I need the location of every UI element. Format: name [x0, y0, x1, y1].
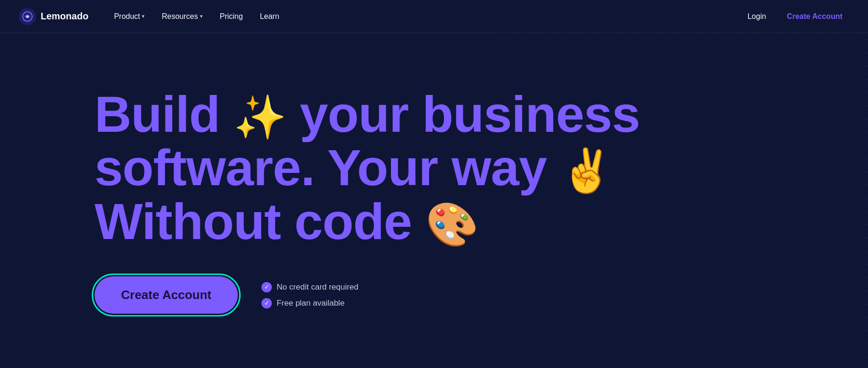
nav-product[interactable]: Product ▾	[107, 9, 151, 25]
headline-software: software. Your way	[95, 139, 560, 196]
trust-badges: ✓ No credit card required ✓ Free plan av…	[261, 282, 358, 308]
login-button[interactable]: Login	[741, 9, 773, 25]
nav-pricing[interactable]: Pricing	[213, 9, 250, 25]
headline-build: Build	[95, 86, 220, 143]
chevron-down-icon: ▾	[142, 13, 145, 19]
logo[interactable]: Lemonado	[19, 8, 88, 25]
palette-icon: 🎨	[425, 203, 478, 246]
trust-badge-no-card-text: No credit card required	[277, 282, 358, 292]
nav-learn[interactable]: Learn	[253, 9, 286, 25]
headline-your-business: your business	[300, 86, 640, 143]
hero-cta-area: Create Account ✓ No credit card required…	[95, 276, 773, 314]
create-account-nav-button[interactable]: Create Account	[780, 9, 849, 25]
peace-hand-icon: ✌️	[560, 149, 613, 192]
svg-point-3	[26, 16, 28, 17]
hero-section: Build ✨ your business software. Your way…	[0, 33, 868, 368]
nav-resources[interactable]: Resources ▾	[155, 9, 209, 25]
hero-headline: Build ✨ your business software. Your way…	[95, 87, 773, 248]
trust-badge-free-plan-text: Free plan available	[277, 299, 345, 308]
nav-links: Product ▾ Resources ▾ Pricing Learn	[107, 9, 286, 25]
nav-right: Login Create Account	[741, 9, 849, 25]
check-icon: ✓	[261, 298, 272, 308]
brand-name: Lemonado	[41, 11, 88, 22]
chevron-down-icon: ▾	[200, 13, 203, 19]
navbar: Lemonado Product ▾ Resources ▾ Pricing L…	[0, 0, 868, 33]
check-icon: ✓	[261, 282, 272, 292]
logo-icon	[19, 8, 36, 25]
create-account-button[interactable]: Create Account	[95, 276, 238, 314]
headline-without-code: Without code	[95, 193, 425, 250]
trust-badge-free-plan: ✓ Free plan available	[261, 298, 358, 308]
magic-wand-icon: ✨	[234, 96, 286, 138]
trust-badge-no-card: ✓ No credit card required	[261, 282, 358, 292]
